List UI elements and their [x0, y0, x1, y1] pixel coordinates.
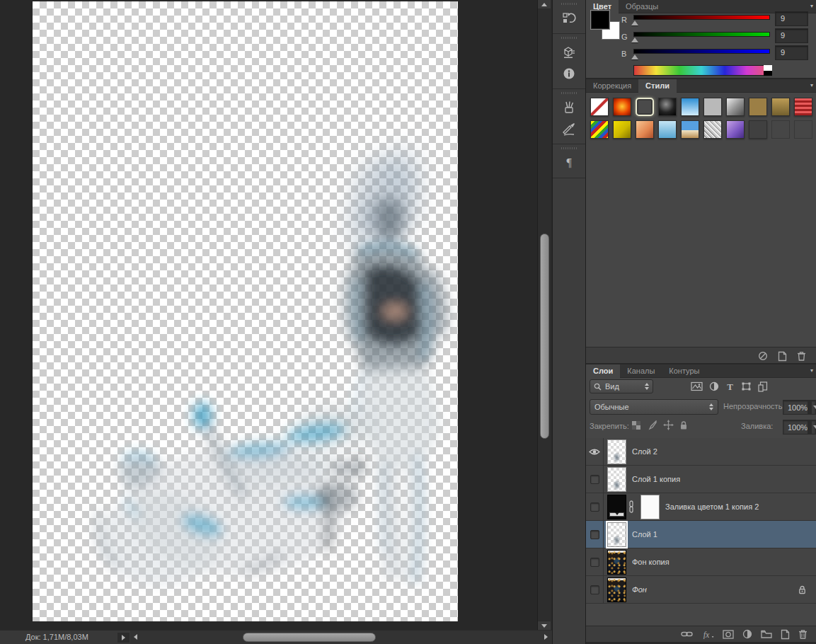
channel-g-handle[interactable]	[631, 38, 638, 42]
style-swatch-purple-gradient[interactable]	[726, 120, 745, 139]
panel-menu-icon[interactable]: ▾	[810, 3, 813, 9]
dropdown-arrow-icon[interactable]	[812, 406, 816, 409]
style-swatch-rainbow-zigzag[interactable]	[590, 120, 609, 139]
add-mask-button[interactable]	[723, 630, 734, 639]
style-swatch-light-blue[interactable]	[658, 120, 677, 139]
visibility-toggle[interactable]	[586, 576, 604, 604]
tab-paths[interactable]: Контуры	[662, 364, 706, 378]
channel-b-handle[interactable]	[631, 54, 638, 59]
layer-thumbnail[interactable]	[607, 495, 626, 519]
white-swatch[interactable]	[764, 65, 772, 71]
style-swatch-yellow-bevel[interactable]	[613, 120, 631, 139]
style-swatch-empty-2[interactable]	[794, 120, 812, 139]
layer-row[interactable]: Фон копия	[586, 548, 816, 576]
channel-b-value[interactable]: 9	[775, 45, 808, 60]
horizontal-scrollbar[interactable]	[130, 631, 552, 644]
style-swatch-flat-gray[interactable]	[703, 98, 722, 116]
style-swatch-gray-gradient[interactable]	[726, 98, 745, 116]
layer-mask-thumbnail[interactable]	[640, 495, 660, 519]
layer-thumbnail[interactable]	[607, 439, 626, 464]
new-adjustment-button[interactable]	[742, 629, 752, 639]
color-spectrum-ramp[interactable]	[633, 65, 772, 76]
delete-layer-button[interactable]	[798, 629, 808, 639]
layer-name[interactable]: Фон копия	[632, 558, 670, 566]
channel-r-slider[interactable]	[633, 15, 770, 20]
style-swatch-red-stripes[interactable]	[794, 98, 812, 116]
layer-row[interactable]: Слой 1	[586, 521, 816, 548]
drag-grip[interactable]	[561, 37, 577, 39]
style-swatch-noise-pattern[interactable]	[703, 120, 722, 139]
scroll-right-button[interactable]	[541, 633, 551, 641]
paragraph-panel-button[interactable]: ¶	[553, 152, 585, 173]
delete-button[interactable]	[797, 351, 806, 361]
visibility-toggle[interactable]	[586, 548, 604, 576]
tab-layers[interactable]: Слои	[586, 364, 620, 378]
layer-name[interactable]: Слой 2	[632, 447, 657, 456]
layer-thumbnail[interactable]	[607, 467, 626, 492]
layer-effects-button[interactable]: fx	[701, 630, 714, 639]
properties-panel-button[interactable]	[553, 42, 585, 63]
pixel-layers-filter-icon[interactable]	[691, 381, 703, 391]
channel-b-slider[interactable]	[633, 49, 770, 54]
tab-swatches[interactable]: Образцы	[619, 0, 665, 13]
drag-grip[interactable]	[561, 147, 577, 149]
style-swatch-black-gloss[interactable]	[658, 98, 677, 116]
dropdown-arrow-icon[interactable]	[812, 425, 816, 429]
new-group-button[interactable]	[761, 630, 772, 638]
black-swatch[interactable]	[764, 71, 772, 76]
visibility-toggle[interactable]	[586, 521, 604, 548]
layer-name[interactable]: Слой 1	[632, 530, 657, 539]
mask-link-icon[interactable]	[628, 500, 634, 513]
status-flyout-button[interactable]	[117, 633, 130, 643]
style-swatch-red-glow[interactable]	[613, 98, 631, 116]
style-swatch-landscape[interactable]	[681, 120, 699, 139]
style-swatch-sky-gradient[interactable]	[681, 98, 699, 116]
document-canvas[interactable]	[33, 1, 458, 621]
shape-layers-filter-icon[interactable]	[741, 381, 752, 391]
filter-kind-dropdown[interactable]: Вид	[590, 379, 653, 393]
channel-g-slider[interactable]	[633, 32, 770, 37]
tool-presets-panel-button[interactable]	[553, 118, 585, 139]
scroll-up-button[interactable]	[538, 0, 551, 8]
fill-well[interactable]: 100%	[783, 420, 816, 435]
style-swatch-peach-gradient[interactable]	[636, 120, 654, 139]
style-swatch-empty-1[interactable]	[771, 120, 790, 139]
visibility-toggle[interactable]	[586, 493, 604, 521]
info-panel-button[interactable]	[553, 63, 585, 84]
layer-row[interactable]: Слой 2	[586, 438, 816, 466]
vertical-scrollbar[interactable]	[537, 0, 551, 630]
layer-thumbnail[interactable]	[607, 522, 626, 547]
new-style-button[interactable]	[778, 351, 787, 362]
drag-grip[interactable]	[561, 92, 577, 94]
layer-thumbnail[interactable]	[607, 550, 626, 575]
lock-pixels-icon[interactable]	[647, 420, 657, 430]
channel-r-handle[interactable]	[631, 21, 638, 25]
layer-thumbnail[interactable]	[607, 577, 626, 602]
lock-transparency-icon[interactable]	[631, 420, 641, 430]
channel-g-value[interactable]: 9	[775, 28, 808, 43]
visibility-toggle[interactable]	[586, 438, 604, 466]
adjustment-layers-filter-icon[interactable]	[709, 381, 719, 391]
layer-row[interactable]: Слой 1 копия	[586, 466, 816, 493]
lock-all-icon[interactable]	[679, 420, 688, 430]
drag-grip[interactable]	[561, 3, 577, 5]
layer-name[interactable]: Фон	[632, 585, 647, 594]
layer-name[interactable]: Заливка цветом 1 копия 2	[665, 502, 759, 511]
layer-row[interactable]: Фон	[586, 576, 816, 604]
tab-channels[interactable]: Каналы	[620, 364, 662, 378]
brush-presets-panel-button[interactable]	[553, 97, 585, 118]
clear-style-button[interactable]	[758, 351, 768, 361]
style-swatch-plain-dark[interactable]	[749, 120, 767, 139]
blend-mode-dropdown[interactable]: Обычные	[590, 399, 718, 415]
horizontal-scroll-thumb[interactable]	[243, 633, 376, 642]
foreground-color-swatch[interactable]	[590, 10, 610, 30]
visibility-toggle[interactable]	[586, 466, 604, 493]
opacity-well[interactable]: 100%	[783, 400, 816, 415]
scroll-down-button[interactable]	[538, 621, 551, 630]
new-layer-button[interactable]	[781, 629, 790, 640]
vertical-scroll-thumb[interactable]	[540, 234, 549, 439]
layer-row[interactable]: Заливка цветом 1 копия 2	[586, 493, 816, 521]
history-panel-button[interactable]	[553, 8, 585, 29]
tab-styles[interactable]: Стили	[638, 79, 677, 93]
channel-r-value[interactable]: 9	[775, 11, 808, 26]
